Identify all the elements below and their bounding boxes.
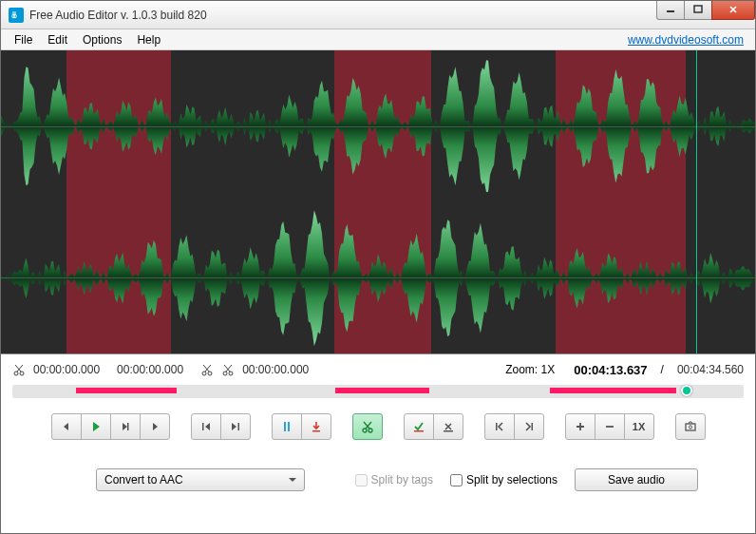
svg-rect-13: [284, 422, 286, 431]
svg-rect-19: [444, 430, 453, 432]
svg-point-8: [223, 372, 227, 375]
svg-rect-0: [667, 10, 674, 12]
play-button[interactable]: [81, 413, 111, 440]
scissors-icon: [200, 363, 214, 376]
timeline-selection: [550, 388, 676, 393]
convert-format-value: Convert to AAC: [104, 473, 183, 486]
titlebar: Free Audio Editor v. 1.0.3 build 820: [1, 1, 755, 29]
selection-start-time: 00:00:00.000: [33, 363, 100, 376]
step-back-button[interactable]: [51, 413, 82, 440]
timeline[interactable]: [12, 385, 744, 398]
selection-end-time: 00:00:00.000: [117, 363, 183, 376]
close-button[interactable]: [711, 1, 755, 20]
svg-rect-1: [694, 6, 702, 12]
timeline-cursor[interactable]: [681, 385, 692, 396]
skip-start-button[interactable]: [191, 413, 221, 440]
website-link[interactable]: www.dvdvideosoft.com: [622, 31, 749, 48]
svg-rect-18: [414, 430, 424, 432]
svg-rect-10: [127, 423, 129, 430]
marker-pause-button[interactable]: [272, 413, 302, 440]
svg-point-16: [363, 429, 367, 432]
menu-help[interactable]: Help: [129, 31, 168, 48]
window-controls: [657, 1, 755, 20]
waveform-right-channel: [1, 202, 755, 354]
menubar: File Edit Options Help www.dvdvideosoft.…: [1, 29, 755, 50]
svg-rect-12: [237, 423, 239, 430]
svg-rect-21: [531, 423, 533, 430]
playhead-marker[interactable]: [696, 50, 697, 353]
skip-end-button[interactable]: [220, 413, 251, 440]
total-time: 00:04:34.560: [677, 363, 744, 376]
step-forward-button[interactable]: [140, 413, 170, 440]
svg-rect-15: [312, 430, 320, 432]
zoom-label: Zoom: 1X: [505, 363, 555, 376]
window-title: Free Audio Editor v. 1.0.3 build 820: [29, 9, 657, 22]
svg-rect-22: [686, 424, 695, 430]
scissors-icon: [12, 363, 26, 376]
current-time: 00:04:13.637: [574, 363, 647, 377]
trim-time: 00:00:00.000: [242, 363, 309, 376]
cut-selection-button[interactable]: [352, 413, 383, 440]
scissors-icon: [221, 363, 235, 376]
svg-point-9: [229, 372, 233, 375]
svg-rect-11: [202, 423, 204, 430]
info-row: 00:00:00.000 00:00:00.000 00:00:00.000 Z…: [1, 354, 755, 381]
svg-point-5: [20, 372, 24, 375]
zoom-out-button[interactable]: [595, 413, 625, 440]
remove-selection-button[interactable]: [433, 413, 463, 440]
save-audio-button[interactable]: Save audio: [575, 468, 698, 491]
svg-point-17: [369, 429, 372, 432]
svg-point-7: [208, 372, 212, 375]
menu-file[interactable]: File: [7, 31, 40, 48]
app-window: Free Audio Editor v. 1.0.3 build 820 Fil…: [0, 0, 756, 534]
toolbar: 1X: [1, 408, 755, 451]
add-selection-button[interactable]: [404, 413, 434, 440]
maximize-button[interactable]: [684, 1, 712, 20]
timeline-selection: [335, 388, 429, 393]
split-by-selections-checkbox[interactable]: Split by selections: [450, 473, 558, 486]
minimize-button[interactable]: [656, 1, 685, 20]
svg-rect-20: [496, 423, 498, 430]
menu-edit[interactable]: Edit: [40, 31, 75, 48]
snapshot-button[interactable]: [675, 413, 706, 440]
svg-point-23: [689, 426, 691, 429]
svg-point-4: [14, 372, 18, 375]
app-icon: [9, 8, 24, 23]
menu-options[interactable]: Options: [75, 31, 129, 48]
zoom-reset-button[interactable]: 1X: [624, 413, 654, 440]
split-by-tags-checkbox[interactable]: Split by tags: [355, 473, 433, 486]
timeline-selection: [76, 388, 177, 393]
goto-start-button[interactable]: [484, 413, 515, 440]
convert-format-dropdown[interactable]: Convert to AAC: [96, 468, 305, 491]
svg-rect-14: [288, 422, 290, 431]
marker-set-button[interactable]: [301, 413, 331, 440]
time-separator: /: [661, 363, 664, 376]
svg-point-6: [202, 372, 206, 375]
bottom-row: Convert to AAC Split by tags Split by se…: [1, 451, 755, 508]
play-selection-button[interactable]: [110, 413, 141, 440]
zoom-in-button[interactable]: [565, 413, 595, 440]
waveform-area[interactable]: [1, 50, 755, 354]
goto-end-button[interactable]: [514, 413, 544, 440]
waveform-left-channel: [1, 50, 755, 202]
